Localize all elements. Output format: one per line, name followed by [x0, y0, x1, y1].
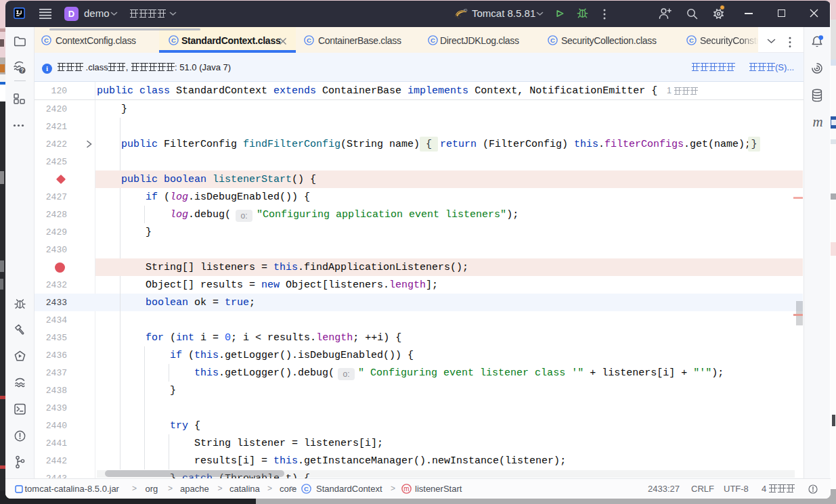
svg-text:C: C: [44, 37, 49, 44]
svg-text:C: C: [171, 37, 176, 44]
svg-text:C: C: [307, 37, 311, 44]
svg-text:C: C: [689, 37, 694, 44]
svg-text:?: ?: [20, 67, 24, 74]
svg-text:C: C: [304, 485, 309, 492]
svg-text:C: C: [550, 37, 555, 44]
svg-text:C: C: [431, 37, 435, 44]
svg-text:m: m: [403, 485, 409, 492]
